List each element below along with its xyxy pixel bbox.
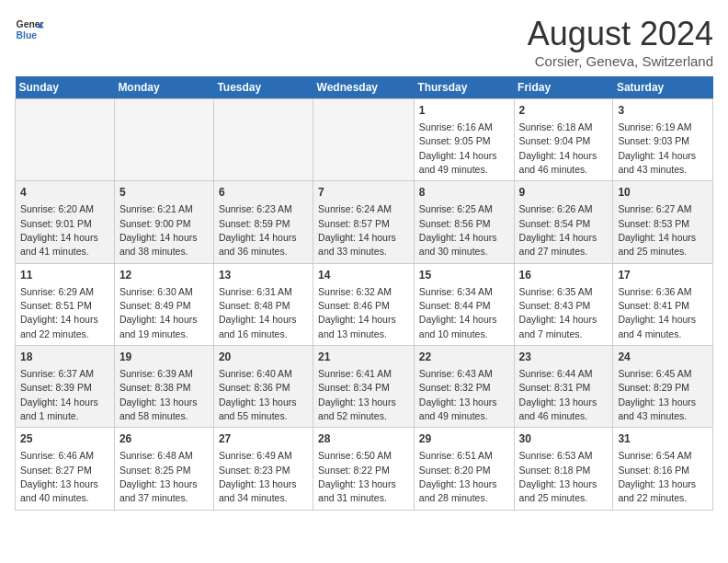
calendar-header-row: SundayMondayTuesdayWednesdayThursdayFrid… <box>16 76 713 99</box>
calendar-cell: 26Sunrise: 6:48 AM Sunset: 8:25 PM Dayli… <box>114 428 213 510</box>
day-number: 24 <box>618 350 708 365</box>
day-number: 12 <box>119 268 209 283</box>
calendar-cell: 5Sunrise: 6:21 AM Sunset: 9:00 PM Daylig… <box>114 181 213 263</box>
calendar-cell: 29Sunrise: 6:51 AM Sunset: 8:20 PM Dayli… <box>414 428 514 510</box>
day-info: Sunrise: 6:44 AM Sunset: 8:31 PM Dayligh… <box>519 368 597 421</box>
day-info: Sunrise: 6:32 AM Sunset: 8:46 PM Dayligh… <box>318 286 396 339</box>
day-number: 27 <box>219 431 308 447</box>
day-info: Sunrise: 6:46 AM Sunset: 8:27 PM Dayligh… <box>20 450 98 503</box>
calendar-cell: 17Sunrise: 6:36 AM Sunset: 8:41 PM Dayli… <box>613 263 713 345</box>
day-info: Sunrise: 6:40 AM Sunset: 8:36 PM Dayligh… <box>219 368 297 421</box>
day-info: Sunrise: 6:36 AM Sunset: 8:41 PM Dayligh… <box>618 286 696 339</box>
day-info: Sunrise: 6:53 AM Sunset: 8:18 PM Dayligh… <box>519 450 597 503</box>
calendar-cell <box>213 99 313 181</box>
calendar-cell: 25Sunrise: 6:46 AM Sunset: 8:27 PM Dayli… <box>16 428 115 510</box>
calendar-cell: 16Sunrise: 6:35 AM Sunset: 8:43 PM Dayli… <box>514 263 613 345</box>
day-info: Sunrise: 6:51 AM Sunset: 8:20 PM Dayligh… <box>419 450 497 503</box>
calendar-cell: 21Sunrise: 6:41 AM Sunset: 8:34 PM Dayli… <box>313 346 415 428</box>
calendar-cell: 20Sunrise: 6:40 AM Sunset: 8:36 PM Dayli… <box>213 346 313 428</box>
day-info: Sunrise: 6:41 AM Sunset: 8:34 PM Dayligh… <box>318 368 396 421</box>
calendar-cell <box>313 99 415 181</box>
calendar-cell: 14Sunrise: 6:32 AM Sunset: 8:46 PM Dayli… <box>313 263 415 345</box>
calendar-week-5: 25Sunrise: 6:46 AM Sunset: 8:27 PM Dayli… <box>16 428 713 510</box>
day-info: Sunrise: 6:48 AM Sunset: 8:25 PM Dayligh… <box>119 450 198 503</box>
calendar-cell <box>16 99 115 181</box>
calendar-table: SundayMondayTuesdayWednesdayThursdayFrid… <box>15 76 713 511</box>
calendar-cell: 18Sunrise: 6:37 AM Sunset: 8:39 PM Dayli… <box>16 346 115 428</box>
day-number: 9 <box>519 185 609 201</box>
calendar-cell: 19Sunrise: 6:39 AM Sunset: 8:38 PM Dayli… <box>114 346 213 428</box>
day-info: Sunrise: 6:29 AM Sunset: 8:51 PM Dayligh… <box>20 286 98 339</box>
day-info: Sunrise: 6:18 AM Sunset: 9:04 PM Dayligh… <box>519 121 597 175</box>
calendar-cell <box>114 99 213 181</box>
day-number: 16 <box>519 268 609 283</box>
column-header-monday: Monday <box>114 76 213 99</box>
calendar-week-2: 4Sunrise: 6:20 AM Sunset: 9:01 PM Daylig… <box>16 181 713 263</box>
day-number: 20 <box>219 350 308 365</box>
day-info: Sunrise: 6:30 AM Sunset: 8:49 PM Dayligh… <box>119 286 198 339</box>
calendar-cell: 10Sunrise: 6:27 AM Sunset: 8:53 PM Dayli… <box>613 181 713 263</box>
day-number: 18 <box>20 350 109 365</box>
svg-text:Blue: Blue <box>17 30 38 40</box>
day-info: Sunrise: 6:20 AM Sunset: 9:01 PM Dayligh… <box>20 203 98 257</box>
day-number: 17 <box>618 268 708 283</box>
logo-icon: General Blue <box>15 15 44 44</box>
calendar-week-1: 1Sunrise: 6:16 AM Sunset: 9:05 PM Daylig… <box>16 99 713 181</box>
calendar-cell: 22Sunrise: 6:43 AM Sunset: 8:32 PM Dayli… <box>414 346 514 428</box>
day-number: 8 <box>419 185 509 201</box>
calendar-cell: 2Sunrise: 6:18 AM Sunset: 9:04 PM Daylig… <box>514 99 613 181</box>
day-info: Sunrise: 6:39 AM Sunset: 8:38 PM Dayligh… <box>119 368 198 421</box>
day-info: Sunrise: 6:26 AM Sunset: 8:54 PM Dayligh… <box>519 203 597 257</box>
day-number: 25 <box>20 431 109 447</box>
calendar-cell: 13Sunrise: 6:31 AM Sunset: 8:48 PM Dayli… <box>213 263 313 345</box>
title-area: August 2024 Corsier, Geneva, Switzerland <box>528 15 713 69</box>
calendar-cell: 3Sunrise: 6:19 AM Sunset: 9:03 PM Daylig… <box>613 99 713 181</box>
day-number: 7 <box>318 185 409 201</box>
calendar-cell: 9Sunrise: 6:26 AM Sunset: 8:54 PM Daylig… <box>514 181 613 263</box>
day-info: Sunrise: 6:43 AM Sunset: 8:32 PM Dayligh… <box>419 368 497 421</box>
calendar-cell: 31Sunrise: 6:54 AM Sunset: 8:16 PM Dayli… <box>613 428 713 510</box>
day-info: Sunrise: 6:25 AM Sunset: 8:56 PM Dayligh… <box>419 203 497 257</box>
calendar-cell: 28Sunrise: 6:50 AM Sunset: 8:22 PM Dayli… <box>313 428 415 510</box>
day-number: 1 <box>419 103 509 119</box>
location: Corsier, Geneva, Switzerland <box>528 53 713 69</box>
day-info: Sunrise: 6:45 AM Sunset: 8:29 PM Dayligh… <box>618 368 696 421</box>
day-info: Sunrise: 6:49 AM Sunset: 8:23 PM Dayligh… <box>219 450 297 503</box>
day-info: Sunrise: 6:35 AM Sunset: 8:43 PM Dayligh… <box>519 286 597 339</box>
calendar-cell: 23Sunrise: 6:44 AM Sunset: 8:31 PM Dayli… <box>514 346 613 428</box>
calendar-cell: 11Sunrise: 6:29 AM Sunset: 8:51 PM Dayli… <box>16 263 115 345</box>
column-header-wednesday: Wednesday <box>313 76 415 99</box>
day-info: Sunrise: 6:31 AM Sunset: 8:48 PM Dayligh… <box>219 286 297 339</box>
page-header: General Blue August 2024 Corsier, Geneva… <box>15 15 713 69</box>
column-header-saturday: Saturday <box>613 76 713 99</box>
day-number: 15 <box>419 268 509 283</box>
logo: General Blue <box>15 15 44 44</box>
calendar-cell: 6Sunrise: 6:23 AM Sunset: 8:59 PM Daylig… <box>213 181 313 263</box>
day-info: Sunrise: 6:16 AM Sunset: 9:05 PM Dayligh… <box>419 121 497 175</box>
day-number: 2 <box>519 103 609 119</box>
day-info: Sunrise: 6:19 AM Sunset: 9:03 PM Dayligh… <box>618 121 696 175</box>
day-number: 21 <box>318 350 409 365</box>
day-info: Sunrise: 6:21 AM Sunset: 9:00 PM Dayligh… <box>119 203 198 257</box>
day-number: 4 <box>20 185 109 201</box>
day-number: 26 <box>119 431 209 447</box>
day-number: 3 <box>618 103 708 119</box>
day-info: Sunrise: 6:24 AM Sunset: 8:57 PM Dayligh… <box>318 203 396 257</box>
day-number: 6 <box>219 185 308 201</box>
calendar-cell: 24Sunrise: 6:45 AM Sunset: 8:29 PM Dayli… <box>613 346 713 428</box>
calendar-cell: 7Sunrise: 6:24 AM Sunset: 8:57 PM Daylig… <box>313 181 415 263</box>
column-header-friday: Friday <box>514 76 613 99</box>
calendar-cell: 1Sunrise: 6:16 AM Sunset: 9:05 PM Daylig… <box>414 99 514 181</box>
day-number: 28 <box>318 431 409 447</box>
day-info: Sunrise: 6:50 AM Sunset: 8:22 PM Dayligh… <box>318 450 396 503</box>
column-header-sunday: Sunday <box>16 76 115 99</box>
calendar-cell: 12Sunrise: 6:30 AM Sunset: 8:49 PM Dayli… <box>114 263 213 345</box>
day-number: 29 <box>419 431 509 447</box>
calendar-cell: 27Sunrise: 6:49 AM Sunset: 8:23 PM Dayli… <box>213 428 313 510</box>
day-info: Sunrise: 6:27 AM Sunset: 8:53 PM Dayligh… <box>618 203 696 257</box>
calendar-week-4: 18Sunrise: 6:37 AM Sunset: 8:39 PM Dayli… <box>16 346 713 428</box>
month-title: August 2024 <box>528 15 713 53</box>
calendar-cell: 4Sunrise: 6:20 AM Sunset: 9:01 PM Daylig… <box>16 181 115 263</box>
day-number: 5 <box>119 185 209 201</box>
day-number: 13 <box>219 268 308 283</box>
